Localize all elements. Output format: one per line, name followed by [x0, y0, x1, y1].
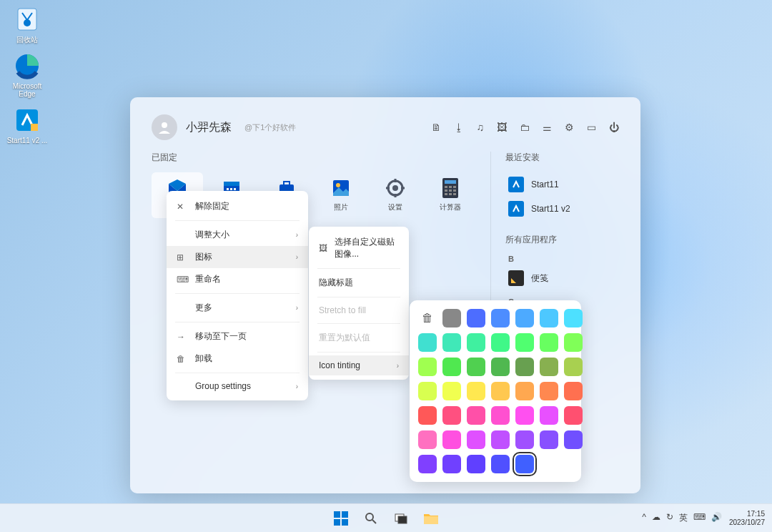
recent-item[interactable]: Start11 v2 [505, 197, 619, 221]
color-swatch[interactable] [540, 358, 558, 376]
separator [317, 352, 400, 353]
color-swatch[interactable] [442, 406, 461, 425]
context-menu-icon: 🖼选择自定义磁贴图像... 隐藏标题 Stretch to fill 重置为默认… [309, 227, 409, 380]
alpha-header[interactable]: B [508, 255, 619, 263]
desktop-icon-start11[interactable]: Start11 v2 ... [6, 105, 49, 144]
desktop-icon-label: 回收站 [16, 36, 38, 44]
chevron-up-icon[interactable]: ^ [642, 512, 646, 524]
color-swatch[interactable] [491, 358, 510, 376]
desktop-icon-recycle-bin[interactable]: 回收站 [6, 4, 49, 44]
color-swatch[interactable] [515, 382, 534, 400]
ctx-unpin[interactable]: ✕解除固定 [167, 195, 308, 217]
recent-item[interactable]: Start11 [505, 172, 619, 197]
color-swatch[interactable] [418, 406, 437, 425]
allapps-title: 所有应用程序 [505, 234, 619, 246]
window-icon[interactable]: ▭ [587, 122, 596, 133]
color-swatch[interactable] [442, 333, 461, 352]
pinned-calculator[interactable]: 计算器 [425, 172, 476, 218]
power-icon[interactable]: ⏻ [609, 122, 619, 133]
color-swatch[interactable] [564, 406, 583, 425]
color-swatch[interactable] [564, 382, 583, 400]
color-swatch[interactable] [515, 333, 534, 352]
download-icon[interactable]: ⭳ [454, 122, 464, 133]
color-swatch[interactable] [564, 333, 583, 352]
ctx-rename[interactable]: ⌨重命名 [167, 268, 308, 290]
color-swatch[interactable] [564, 309, 583, 327]
tray-icons[interactable]: ^ ☁ ↻ 英 ⌨ 🔊 [642, 512, 722, 524]
color-swatch[interactable] [515, 309, 534, 327]
color-swatch[interactable] [540, 333, 558, 352]
document-icon[interactable]: 🗎 [431, 122, 441, 133]
svg-rect-10 [234, 188, 236, 190]
desktop-icon-edge[interactable]: Microsoft Edge [6, 51, 49, 98]
color-swatch[interactable] [467, 309, 485, 327]
sliders-icon[interactable]: ⚌ [543, 122, 552, 133]
folder-icon[interactable]: 🗀 [520, 122, 530, 133]
color-swatch[interactable] [467, 358, 485, 376]
pinned-label: 计算器 [440, 202, 461, 212]
color-swatch[interactable] [442, 382, 461, 400]
color-swatch[interactable] [515, 455, 534, 473]
color-swatch[interactable] [515, 430, 534, 449]
start-button[interactable] [328, 507, 354, 530]
user-avatar[interactable] [152, 114, 177, 140]
color-swatch[interactable] [467, 455, 485, 473]
pinned-photos[interactable]: 照片 [315, 172, 367, 218]
color-swatch[interactable] [418, 455, 437, 473]
cloud-icon[interactable]: ☁ [652, 512, 660, 524]
color-swatch[interactable] [418, 358, 437, 376]
ctx-icon[interactable]: ⊞图标› [167, 246, 308, 268]
color-swatch[interactable] [442, 455, 461, 473]
ctx-more[interactable]: 更多› [167, 297, 308, 319]
ctx-custom-image[interactable]: 🖼选择自定义磁贴图像... [309, 231, 409, 265]
color-swatch[interactable] [564, 430, 583, 449]
color-swatch[interactable] [491, 382, 510, 400]
ctx-icon-tinting[interactable]: Icon tinting› [309, 355, 409, 375]
color-swatch[interactable] [491, 406, 510, 425]
color-swatch[interactable] [442, 309, 461, 327]
color-swatch[interactable] [467, 382, 485, 400]
app-item[interactable]: 便笺 [505, 266, 619, 290]
explorer-button[interactable] [418, 507, 444, 530]
color-swatch[interactable] [491, 309, 510, 327]
volume-icon[interactable]: 🔊 [711, 512, 722, 524]
svg-rect-29 [449, 193, 452, 195]
ctx-hide-title[interactable]: 隐藏标题 [309, 272, 409, 294]
color-swatch[interactable] [515, 406, 534, 425]
color-swatch[interactable] [442, 358, 461, 376]
clear-tint-button[interactable]: 🗑 [418, 309, 437, 327]
keyboard-icon[interactable]: ⌨ [693, 512, 706, 524]
music-icon[interactable]: ♫ [477, 122, 485, 133]
ctx-group-settings[interactable]: Group settings› [167, 376, 308, 396]
color-swatch[interactable] [564, 358, 583, 376]
app-icon [508, 201, 524, 217]
ctx-uninstall[interactable]: 🗑卸载 [167, 348, 308, 370]
color-swatch[interactable] [418, 333, 437, 352]
color-swatch[interactable] [491, 455, 510, 473]
ctx-move-next[interactable]: →移动至下一页 [167, 325, 308, 348]
color-swatch[interactable] [540, 406, 558, 425]
color-swatch[interactable] [467, 430, 485, 449]
sync-icon[interactable]: ↻ [666, 512, 673, 524]
color-swatch[interactable] [491, 430, 510, 449]
gear-icon[interactable]: ⚙ [565, 122, 574, 133]
color-swatch[interactable] [442, 430, 461, 449]
taskview-button[interactable] [388, 507, 414, 530]
color-swatch[interactable] [418, 430, 437, 449]
image-icon[interactable]: 🖾 [497, 122, 507, 133]
color-swatch[interactable] [418, 382, 437, 400]
color-swatch[interactable] [515, 358, 534, 376]
color-swatch[interactable] [540, 430, 558, 449]
app-label: 便笺 [531, 272, 548, 285]
color-swatch[interactable] [467, 333, 485, 352]
calculator-icon [440, 178, 460, 198]
color-swatch[interactable] [540, 309, 558, 327]
ime-indicator[interactable]: 英 [679, 512, 688, 524]
color-swatch[interactable] [467, 406, 485, 425]
pinned-settings[interactable]: 设置 [370, 172, 421, 218]
color-swatch[interactable] [491, 333, 510, 352]
search-button[interactable] [358, 507, 384, 530]
clock[interactable]: 17:15 2023/10/27 [729, 510, 765, 527]
ctx-resize[interactable]: 调整大小› [167, 224, 308, 246]
color-swatch[interactable] [540, 382, 558, 400]
